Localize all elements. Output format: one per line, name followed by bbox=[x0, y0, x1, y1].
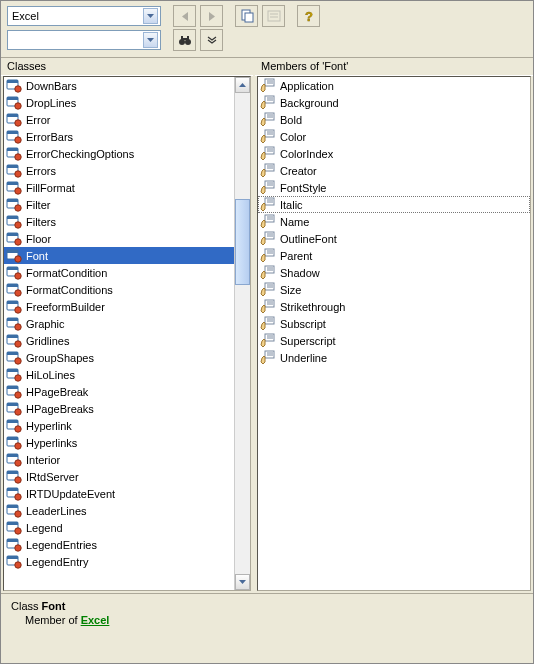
class-item[interactable]: ErrorBars bbox=[4, 128, 234, 145]
member-item[interactable]: Application bbox=[258, 77, 530, 94]
svg-point-89 bbox=[15, 494, 21, 500]
class-item[interactable]: DropLines bbox=[4, 94, 234, 111]
svg-point-38 bbox=[15, 205, 21, 211]
view-definition-button[interactable] bbox=[262, 5, 285, 27]
search-combo[interactable] bbox=[7, 30, 161, 50]
class-item[interactable]: Interior bbox=[4, 451, 234, 468]
scroll-down-button[interactable] bbox=[235, 574, 250, 590]
svg-rect-19 bbox=[7, 97, 18, 100]
chevron-down-icon[interactable] bbox=[143, 32, 158, 48]
class-item[interactable]: Errors bbox=[4, 162, 234, 179]
class-item[interactable]: Gridlines bbox=[4, 332, 234, 349]
member-item-label: Superscript bbox=[280, 335, 336, 347]
class-item[interactable]: Filters bbox=[4, 213, 234, 230]
svg-point-17 bbox=[15, 86, 21, 92]
svg-rect-88 bbox=[7, 488, 18, 491]
class-item[interactable]: FreeformBuilder bbox=[4, 298, 234, 315]
member-item[interactable]: Bold bbox=[258, 111, 530, 128]
scroll-track[interactable] bbox=[235, 93, 250, 574]
member-item-label: Bold bbox=[280, 114, 302, 126]
class-item[interactable]: Graphic bbox=[4, 315, 234, 332]
class-item[interactable]: Error bbox=[4, 111, 234, 128]
member-item[interactable]: Background bbox=[258, 94, 530, 111]
chevron-down-icon[interactable] bbox=[143, 8, 158, 24]
member-item[interactable]: OutlineFont bbox=[258, 230, 530, 247]
member-item[interactable]: Italic bbox=[258, 196, 530, 213]
svg-rect-14 bbox=[183, 38, 187, 40]
class-item[interactable]: Hyperlink bbox=[4, 417, 234, 434]
find-button[interactable] bbox=[173, 29, 196, 51]
member-item-label: Parent bbox=[280, 250, 312, 262]
class-item-label: Interior bbox=[26, 454, 60, 466]
class-item[interactable]: LeaderLines bbox=[4, 502, 234, 519]
class-item[interactable]: Font bbox=[4, 247, 234, 264]
view-definition-icon bbox=[267, 9, 281, 23]
member-item[interactable]: Subscript bbox=[258, 315, 530, 332]
svg-rect-100 bbox=[7, 556, 18, 559]
double-chevron-down-icon bbox=[207, 36, 217, 44]
class-item[interactable]: Hyperlinks bbox=[4, 434, 234, 451]
class-item[interactable]: GroupShapes bbox=[4, 349, 234, 366]
class-item[interactable]: HPageBreak bbox=[4, 383, 234, 400]
svg-marker-102 bbox=[239, 83, 246, 87]
member-item[interactable]: Parent bbox=[258, 247, 530, 264]
scroll-up-button[interactable] bbox=[235, 77, 250, 93]
class-item[interactable]: LegendEntries bbox=[4, 536, 234, 553]
library-combo[interactable]: Excel bbox=[7, 6, 161, 26]
copy-icon bbox=[240, 9, 254, 23]
class-item[interactable]: ErrorCheckingOptions bbox=[4, 145, 234, 162]
svg-rect-34 bbox=[7, 182, 18, 185]
member-item[interactable]: Underline bbox=[258, 349, 530, 366]
class-item[interactable]: FormatCondition bbox=[4, 264, 234, 281]
svg-point-101 bbox=[15, 562, 21, 568]
classes-list[interactable]: DownBarsDropLinesErrorErrorBarsErrorChec… bbox=[4, 77, 250, 590]
member-item[interactable]: Name bbox=[258, 213, 530, 230]
class-item[interactable]: DownBars bbox=[4, 77, 234, 94]
copy-button[interactable] bbox=[235, 5, 258, 27]
class-item[interactable]: Legend bbox=[4, 519, 234, 536]
svg-rect-25 bbox=[7, 131, 18, 134]
settings-button[interactable] bbox=[200, 29, 223, 51]
member-item[interactable]: Size bbox=[258, 281, 530, 298]
class-item-label: Filter bbox=[26, 199, 50, 211]
member-item[interactable]: Superscript bbox=[258, 332, 530, 349]
svg-marker-9 bbox=[147, 38, 154, 42]
class-item[interactable]: FillFormat bbox=[4, 179, 234, 196]
class-item[interactable]: Floor bbox=[4, 230, 234, 247]
member-item[interactable]: Creator bbox=[258, 162, 530, 179]
member-item[interactable]: Color bbox=[258, 128, 530, 145]
class-item[interactable]: IRtdServer bbox=[4, 468, 234, 485]
help-button[interactable]: ? bbox=[297, 5, 320, 27]
svg-marker-103 bbox=[239, 580, 246, 584]
svg-marker-2 bbox=[209, 12, 215, 21]
members-list[interactable]: ApplicationBackgroundBoldColorColorIndex… bbox=[258, 77, 530, 590]
member-item[interactable]: Strikethrough bbox=[258, 298, 530, 315]
member-item-label: Subscript bbox=[280, 318, 326, 330]
member-item-label: OutlineFont bbox=[280, 233, 337, 245]
class-item-label: DropLines bbox=[26, 97, 76, 109]
svg-rect-85 bbox=[7, 471, 18, 474]
class-item-label: LeaderLines bbox=[26, 505, 87, 517]
library-link[interactable]: Excel bbox=[81, 614, 110, 626]
svg-point-44 bbox=[15, 239, 21, 245]
forward-button[interactable] bbox=[200, 5, 223, 27]
class-item[interactable]: Filter bbox=[4, 196, 234, 213]
member-item[interactable]: Shadow bbox=[258, 264, 530, 281]
class-item-label: FormatConditions bbox=[26, 284, 113, 296]
member-item-label: Background bbox=[280, 97, 339, 109]
class-item[interactable]: FormatConditions bbox=[4, 281, 234, 298]
scroll-thumb[interactable] bbox=[235, 199, 250, 286]
class-item[interactable]: IRTDUpdateEvent bbox=[4, 485, 234, 502]
member-item-label: Color bbox=[280, 131, 306, 143]
svg-rect-52 bbox=[7, 284, 18, 287]
svg-point-47 bbox=[15, 256, 21, 262]
class-item[interactable]: LegendEntry bbox=[4, 553, 234, 570]
svg-rect-40 bbox=[7, 216, 18, 219]
class-item[interactable]: HPageBreaks bbox=[4, 400, 234, 417]
member-item[interactable]: ColorIndex bbox=[258, 145, 530, 162]
classes-scrollbar[interactable] bbox=[234, 77, 250, 590]
class-item[interactable]: HiLoLines bbox=[4, 366, 234, 383]
svg-rect-97 bbox=[7, 539, 18, 542]
member-item[interactable]: FontStyle bbox=[258, 179, 530, 196]
back-button[interactable] bbox=[173, 5, 196, 27]
